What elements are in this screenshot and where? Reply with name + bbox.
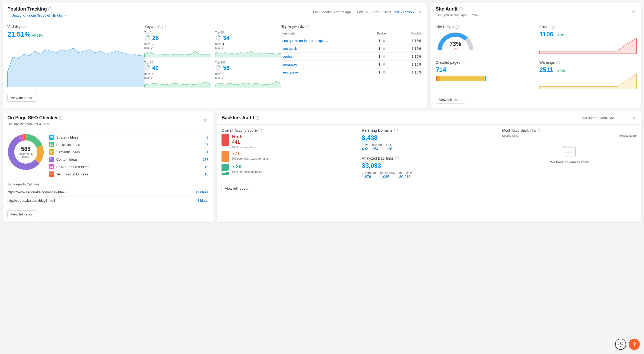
close-icon[interactable]: ✕ <box>631 115 637 121</box>
table-row[interactable]: seo quick101.16% <box>281 45 422 53</box>
warnings-chart <box>539 73 637 89</box>
stat-sub[interactable]: to review30,213 <box>399 171 412 179</box>
no-data-placeholder: We have no data to show <box>502 147 637 164</box>
errors-value: 1106 <box>539 31 553 38</box>
errors-chart <box>539 38 637 54</box>
period-selector[interactable]: last 60 days ▾ <box>394 10 414 14</box>
view-full-report-button[interactable]: View full report <box>7 210 37 218</box>
locale-selector[interactable]: ▭ United Kingdom (Google) · English ▾ <box>7 13 67 17</box>
table-row[interactable]: seoquake101.16% <box>281 61 422 68</box>
info-icon[interactable]: i <box>256 116 259 120</box>
info-icon[interactable]: i <box>48 7 52 11</box>
top-page-row[interactable]: http://seoquake.com/blog1.html↗3 ideas <box>7 196 208 205</box>
close-icon[interactable]: ✕ <box>203 118 208 123</box>
info-icon[interactable]: i <box>22 25 26 28</box>
stat-sub[interactable]: new402 <box>362 143 368 151</box>
top-page-row[interactable]: https://www.seoquake.com/index.html↗11 i… <box>7 188 208 196</box>
visibility-chart <box>7 42 144 87</box>
idea-row[interactable]: StStrategy Ideas3 <box>49 134 208 141</box>
info-icon[interactable]: i <box>394 129 398 132</box>
date-range-text: Feb 12 – Apr 12, 2022 <box>357 10 391 14</box>
idea-row[interactable]: TeTechnical SEO Ideas10 <box>49 170 208 178</box>
external-link-icon: ↗ <box>56 199 58 202</box>
site-audit-title: Site Audit <box>436 6 457 12</box>
visibility-value: 21.51% <box>7 30 31 38</box>
idea-row[interactable]: CoContent Ideas277 <box>49 156 208 163</box>
info-icon[interactable]: i <box>459 7 463 11</box>
table-row[interactable]: seo quake for internet explo…101.16% <box>281 37 422 45</box>
info-icon[interactable]: i <box>305 25 309 28</box>
external-link-icon: ↗ <box>65 191 67 194</box>
device-icon: ▭ <box>7 13 11 17</box>
last-update-text: Last update: Mon, Apr 4, 2022 <box>7 122 63 126</box>
toxicity-label: Overall Toxicity Score <box>222 128 257 132</box>
ref-domains-value: 8,438 <box>362 134 496 141</box>
position-tracking-card: Position Tracking i ▭ United Kingdom (Go… <box>3 3 427 108</box>
info-icon[interactable]: i <box>59 116 63 120</box>
keyword-group: Top 3 28 new2 lost0 <box>144 30 210 59</box>
chevron-down-icon: ▾ <box>65 14 67 17</box>
view-full-report-button[interactable]: View full report <box>7 94 37 102</box>
info-icon[interactable]: i <box>538 129 541 132</box>
analyzed-label: Analyzed Backlinks <box>362 156 394 160</box>
warnings-value: 2511 <box>539 66 553 73</box>
backlink-audit-title: Backlink Audit <box>222 115 254 121</box>
stat-sub[interactable]: lost128 <box>386 143 392 151</box>
top-keywords-label: Top keywords <box>281 24 304 29</box>
idea-row[interactable]: SfSERP Features Ideas19 <box>49 163 208 170</box>
last-update-text: Last update: 6 hours ago <box>313 10 351 14</box>
site-health-gauge: 73%-9% <box>436 31 533 52</box>
info-icon[interactable]: i <box>556 61 560 64</box>
site-audit-card: Site Auditi Last update: Sun, Apr 10, 20… <box>431 3 641 108</box>
stat-sub[interactable]: to remove1,876 <box>362 171 376 179</box>
visibility-delta: +0.93% <box>32 34 43 37</box>
close-icon[interactable]: ✕ <box>417 9 422 15</box>
table-row[interactable]: seobar101.16% <box>281 53 422 61</box>
ref-domains-label: Referring Domains <box>362 128 393 132</box>
crawled-value: 714 <box>436 66 533 73</box>
toxic-backlinks-label: Most Toxic Backlinks <box>502 128 536 132</box>
stat-sub[interactable]: broken264 <box>372 143 382 151</box>
info-icon[interactable]: i <box>551 25 555 29</box>
table-row[interactable]: seo quake101.16% <box>281 68 422 76</box>
top-keywords-table: Keywords Position Visibility seo quake f… <box>281 30 422 76</box>
info-icon[interactable]: i <box>462 61 465 64</box>
table-placeholder-icon <box>563 147 576 156</box>
ideas-donut: 585ideas for 88 pages <box>7 134 44 170</box>
on-page-seo-checker-card: On Page SEO Checkeri Last update: Mon, A… <box>3 111 213 222</box>
chevron-down-icon: ▾ <box>413 11 414 14</box>
crawled-bar <box>436 76 488 81</box>
close-icon[interactable]: ✕ <box>631 9 637 14</box>
info-icon[interactable]: i <box>162 25 166 28</box>
errors-label: Errors <box>539 25 549 29</box>
idea-row[interactable]: SeSemantic Ideas84 <box>49 148 208 156</box>
top-pages-label: Top Pages to Optimize <box>7 183 208 188</box>
view-full-report-button[interactable]: View full report <box>222 185 251 192</box>
view-full-report-button[interactable]: View full report <box>436 96 465 104</box>
stat-sub[interactable]: to disavow1,085 <box>380 171 395 179</box>
info-icon[interactable]: i <box>455 25 459 29</box>
crawled-label: Crawled pages <box>436 60 460 65</box>
keywords-label: Keywords <box>144 24 160 29</box>
info-icon[interactable]: i <box>395 156 399 160</box>
last-update-text: Last update: Sun, Apr 10, 2022 <box>436 13 479 17</box>
keyword-group: Top 20 40 new4 lost0 <box>144 60 210 89</box>
keyword-group: Top 100 58 new4 lost1 <box>215 60 281 89</box>
visibility-label: Visibility <box>7 24 21 29</box>
warnings-label: Warnings <box>539 60 555 65</box>
backlink-audit-card: Backlink Auditi Last update: Mon, Apr 11… <box>217 111 641 222</box>
info-icon[interactable]: i <box>258 129 262 132</box>
keyword-group: Top 10 34 new1 lost1 <box>215 30 281 59</box>
analyzed-value: 33,033 <box>362 162 496 169</box>
site-health-label: Site Health <box>436 25 454 29</box>
position-tracking-title: Position Tracking <box>7 6 47 12</box>
idea-row[interactable]: BaBacklinks Ideas87 <box>49 141 208 148</box>
on-page-title: On Page SEO Checker <box>7 115 58 121</box>
last-update-text: Last update: Mon, Apr 11, 2022 <box>581 116 628 120</box>
